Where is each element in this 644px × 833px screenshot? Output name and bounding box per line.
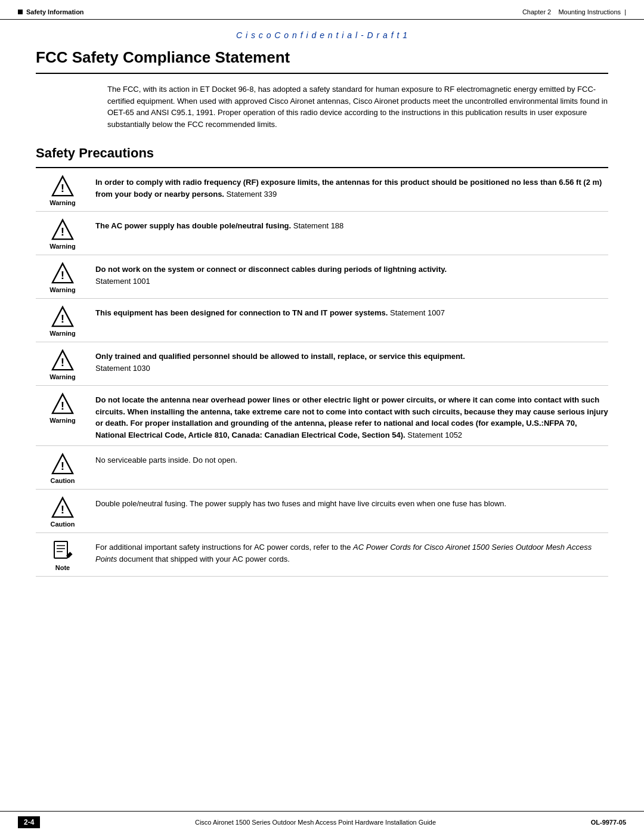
notice-icon-col-1: ! Warning [36, 218, 89, 250]
notice-text-0: In order to comply with radio frequency … [89, 174, 608, 200]
notice-icon-8 [51, 539, 75, 563]
page-content: C i s c o C o n f i d e n t i a l - D r … [0, 20, 644, 811]
notice-icon-col-4: ! Warning [36, 348, 89, 380]
svg-text:!: ! [61, 269, 64, 281]
header-left: Safety Information [18, 8, 84, 16]
notice-label-3: Warning [49, 330, 76, 337]
footer-page-number: 2-4 [18, 816, 40, 828]
notice-icon-2: ! [51, 261, 75, 285]
header-bullet [18, 10, 23, 14]
notice-icon-col-2: ! Warning [36, 261, 89, 293]
notice-label-4: Warning [49, 373, 76, 380]
main-title: FCC Safety Compliance Statement [36, 44, 608, 74]
notices-container: ! WarningIn order to comply with radio f… [36, 168, 608, 577]
section-title: Safety Precautions [36, 142, 608, 168]
svg-text:!: ! [61, 503, 64, 516]
notice-label-6: Caution [51, 477, 75, 484]
notice-text-1: The AC power supply has double pole/neut… [89, 218, 608, 232]
notice-icon-col-7: ! Caution [36, 496, 89, 528]
notice-icon-4: ! [51, 348, 75, 372]
notice-icon-6: ! [51, 452, 75, 476]
notice-row-3: ! WarningThis equipment has been designe… [36, 299, 608, 342]
notice-icon-col-3: ! Warning [36, 305, 89, 337]
svg-text:!: ! [61, 182, 64, 194]
notice-text-2: Do not work on the system or connect or … [89, 261, 608, 287]
notice-text-3: This equipment has been designed for con… [89, 305, 608, 319]
notice-row-7: ! CautionDouble pole/neutral fusing. The… [36, 490, 608, 533]
notice-text-7: Double pole/neutral fusing. The power su… [89, 496, 608, 510]
svg-text:!: ! [61, 225, 64, 238]
notice-text-6: No serviceable parts inside. Do not open… [89, 452, 608, 466]
notice-label-0: Warning [49, 199, 76, 206]
header-chapter: Chapter 2 [522, 8, 551, 16]
notice-text-5: Do not locate the antenna near overhead … [89, 392, 608, 441]
svg-text:!: ! [61, 460, 64, 472]
svg-text:!: ! [61, 356, 64, 368]
svg-text:!: ! [61, 400, 64, 412]
notice-label-2: Warning [49, 286, 76, 293]
notice-row-4: ! WarningOnly trained and qualified pers… [36, 342, 608, 386]
notice-row-0: ! WarningIn order to comply with radio f… [36, 168, 608, 212]
notice-icon-7: ! [51, 496, 75, 519]
page-header: Safety Information Chapter 2 Mounting In… [0, 0, 644, 20]
confidential-banner: C i s c o C o n f i d e n t i a l - D r … [36, 20, 608, 44]
page: Safety Information Chapter 2 Mounting In… [0, 0, 644, 833]
header-section-label: Safety Information [26, 8, 84, 16]
notice-icon-col-0: ! Warning [36, 174, 89, 206]
header-right: Chapter 2 Mounting Instructions | [522, 8, 626, 16]
notice-icon-5: ! [51, 392, 75, 416]
notice-icon-3: ! [51, 305, 75, 329]
notice-icon-col-8: Note [36, 539, 89, 571]
notice-icon-1: ! [51, 218, 75, 241]
page-footer: 2-4 Cisco Aironet 1500 Series Outdoor Me… [0, 811, 644, 833]
svg-text:!: ! [61, 312, 64, 325]
fcc-paragraph: The FCC, with its action in ET Docket 96… [107, 83, 608, 130]
header-section: Mounting Instructions [558, 8, 621, 16]
footer-right-text: OL-9977-05 [591, 819, 626, 826]
footer-center-text: Cisco Aironet 1500 Series Outdoor Mesh A… [40, 819, 590, 826]
notice-text-4: Only trained and qualified personnel sho… [89, 348, 608, 374]
notice-icon-0: ! [51, 174, 75, 198]
notice-label-5: Warning [49, 417, 76, 424]
notice-row-1: ! WarningThe AC power supply has double … [36, 212, 608, 255]
notice-label-8: Note [55, 564, 70, 571]
notice-row-8: NoteFor additional important safety inst… [36, 533, 608, 577]
notice-label-7: Caution [51, 521, 75, 528]
notice-row-6: ! CautionNo serviceable parts inside. Do… [36, 446, 608, 490]
notice-label-1: Warning [49, 243, 76, 250]
svg-rect-16 [54, 541, 67, 558]
notice-row-5: ! WarningDo not locate the antenna near … [36, 386, 608, 446]
notice-text-8: For additional important safety instruct… [89, 539, 608, 565]
notice-row-2: ! WarningDo not work on the system or co… [36, 255, 608, 299]
notice-icon-col-5: ! Warning [36, 392, 89, 424]
notice-icon-col-6: ! Caution [36, 452, 89, 484]
